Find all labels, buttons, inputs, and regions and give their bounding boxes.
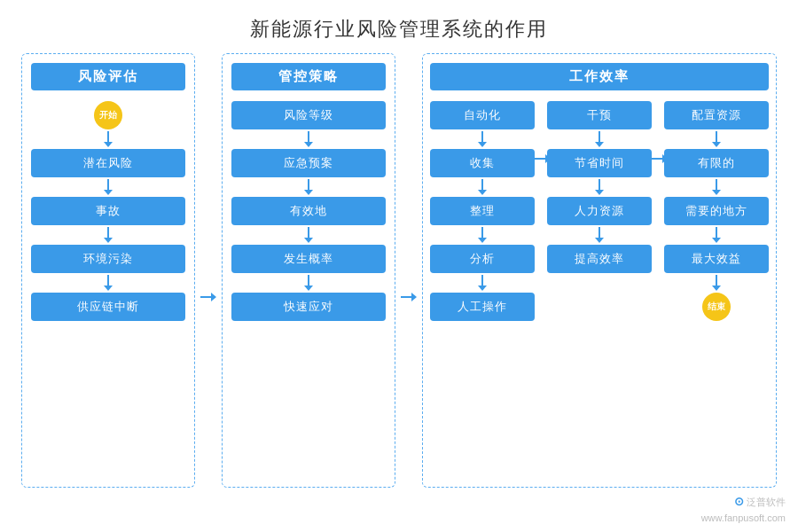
flow-box: 供应链中断 [31, 293, 185, 321]
work-h-arrow-2 [652, 101, 664, 321]
flow-box: 人工操作 [430, 293, 535, 321]
flow-box: 最大效益 [664, 245, 769, 273]
flow-box: 风险等级 [231, 101, 386, 129]
arrow-down [231, 273, 386, 293]
end-circle: 结束 [702, 293, 731, 321]
arrow-down [547, 225, 652, 245]
flow-box: 潜在风险 [31, 149, 185, 177]
flow-box: 有限的 [664, 149, 769, 177]
arrow-down [664, 129, 769, 149]
watermark-line1: 泛普软件 [747, 497, 786, 507]
flow-box: 应急预案 [231, 149, 386, 177]
flow-box: 有效地 [231, 197, 386, 225]
h-arrow-1 [200, 106, 216, 488]
column-risk-assessment: 风险评估 开始 潜在风险事故环境污染供应链中断 [21, 53, 195, 488]
col1-content: 开始 潜在风险事故环境污染供应链中断 [31, 101, 185, 321]
flow-box: 分析 [430, 245, 535, 273]
column-work-efficiency: 工作效率 自动化收集整理分析人工操作 干预节省时间人力资源提高效率 配置资源有限… [422, 53, 777, 488]
arrow-start [104, 129, 113, 149]
h-arrow-2 [401, 106, 417, 488]
col1-boxes: 潜在风险事故环境污染供应链中断 [31, 149, 185, 321]
arrow-down [31, 273, 185, 293]
arrow-down [664, 225, 769, 245]
flow-box: 节省时间 [547, 149, 652, 177]
arrow-down [231, 177, 386, 197]
watermark: ⊙ 泛普软件 www.fanpusoft.com [701, 493, 786, 525]
flow-box: 提高效率 [547, 245, 652, 273]
flow-box: 整理 [430, 197, 535, 225]
col2-boxes: 风险等级应急预案有效地发生概率快速应对 [231, 101, 386, 321]
work-inner: 自动化收集整理分析人工操作 干预节省时间人力资源提高效率 配置资源有限的需要的地… [430, 101, 769, 321]
work-sub2: 干预节省时间人力资源提高效率 [547, 101, 652, 321]
arrow-down [430, 225, 535, 245]
arrow-down [31, 177, 185, 197]
start-circle: 开始 [94, 101, 122, 129]
flow-box: 人力资源 [547, 197, 652, 225]
flow-box: 需要的地方 [664, 197, 769, 225]
flow-box: 干预 [547, 101, 652, 129]
arrow-down [31, 225, 185, 245]
flow-box: 环境污染 [31, 245, 185, 273]
flow-box: 发生概率 [231, 245, 386, 273]
flow-box: 收集 [430, 149, 535, 177]
diagram-area: 风险评估 开始 潜在风险事故环境污染供应链中断 管控策略 风险等级应急预案有效地… [0, 53, 798, 488]
flow-box: 快速应对 [231, 293, 386, 321]
flow-box: 自动化 [430, 101, 535, 129]
arrow-down [430, 129, 535, 149]
col2-header: 管控策略 [231, 63, 386, 90]
arrow-down [547, 129, 652, 149]
flow-box: 配置资源 [664, 101, 769, 129]
arrow-down [664, 273, 769, 293]
arrow-down [430, 177, 535, 197]
arrow-down [664, 177, 769, 197]
column-control-strategy: 管控策略 风险等级应急预案有效地发生概率快速应对 [222, 53, 395, 488]
watermark-line2: www.fanpusoft.com [701, 512, 786, 523]
work-sub1: 自动化收集整理分析人工操作 [430, 101, 535, 321]
arrow-down [231, 225, 386, 245]
arrow-down [231, 129, 386, 149]
arrow-down [430, 273, 535, 293]
col3-header: 工作效率 [430, 63, 769, 90]
page-title: 新能源行业风险管理系统的作用 [0, 0, 798, 53]
work-sub3: 配置资源有限的需要的地方最大效益结束 [664, 101, 769, 321]
col1-header: 风险评估 [31, 63, 185, 90]
arrow-down [547, 177, 652, 197]
flow-box: 事故 [31, 197, 185, 225]
work-h-arrow-1 [535, 101, 547, 321]
